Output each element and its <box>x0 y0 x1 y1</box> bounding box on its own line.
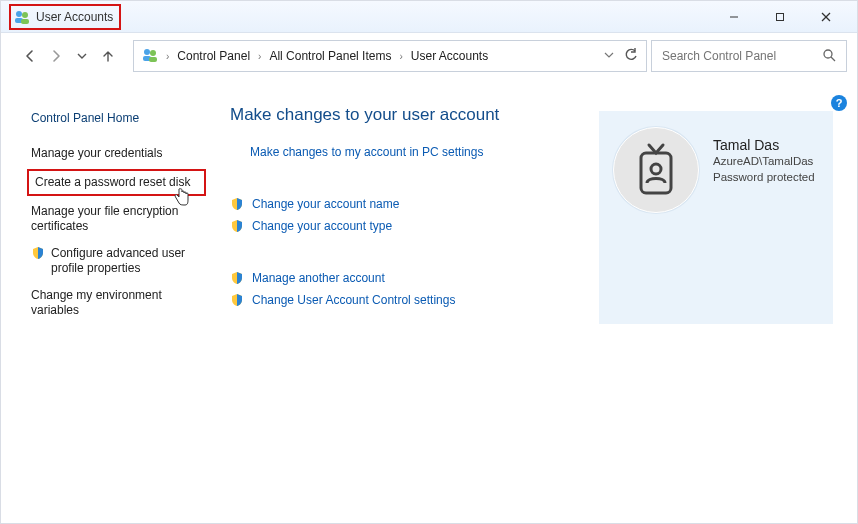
action-label: Manage another account <box>252 271 385 285</box>
search-icon[interactable] <box>822 48 836 65</box>
action-label: Change User Account Control settings <box>252 293 455 307</box>
shield-icon <box>31 246 45 264</box>
breadcrumb-leaf[interactable]: User Accounts <box>411 49 488 63</box>
svg-point-1 <box>22 12 28 18</box>
user-password-status: Password protected <box>713 169 815 185</box>
action-label: Change your account name <box>252 197 399 211</box>
avatar <box>613 127 699 213</box>
breadcrumb-root[interactable]: Control Panel <box>177 49 250 63</box>
svg-rect-3 <box>21 19 29 24</box>
pc-settings-link[interactable]: Make changes to my account in PC setting… <box>250 145 579 159</box>
control-panel-icon <box>142 47 158 66</box>
chevron-right-icon: › <box>254 51 265 62</box>
main-panel: Make changes to your user account Make c… <box>212 83 841 324</box>
svg-rect-11 <box>149 57 157 62</box>
control-panel-home-link[interactable]: Control Panel Home <box>29 105 204 132</box>
svg-point-0 <box>16 11 22 17</box>
shield-icon <box>230 219 244 233</box>
minimize-button[interactable] <box>711 3 757 31</box>
chevron-right-icon: › <box>162 51 173 62</box>
address-dropdown-button[interactable] <box>604 49 614 63</box>
nav-row: › Control Panel › All Control Panel Item… <box>1 33 857 79</box>
shield-icon <box>230 293 244 307</box>
svg-point-9 <box>150 50 156 56</box>
chevron-right-icon: › <box>395 51 406 62</box>
svg-rect-5 <box>777 13 784 20</box>
window-title: User Accounts <box>36 10 113 24</box>
user-display-name: Tamal Das <box>713 137 815 153</box>
up-button[interactable] <box>97 45 119 67</box>
titlebar: User Accounts <box>1 1 857 33</box>
svg-point-8 <box>144 49 150 55</box>
address-bar[interactable]: › Control Panel › All Control Panel Item… <box>133 40 647 72</box>
forward-button[interactable] <box>45 45 67 67</box>
maximize-button[interactable] <box>757 3 803 31</box>
user-accounts-icon <box>14 9 30 25</box>
shield-icon <box>230 197 244 211</box>
sidebar-change-env-vars[interactable]: Change my environment variables <box>29 282 204 324</box>
user-info: Tamal Das AzureAD\TamalDas Password prot… <box>713 127 815 185</box>
change-account-name-link[interactable]: Change your account name <box>230 197 579 211</box>
sidebar-manage-credentials[interactable]: Manage your credentials <box>29 140 204 167</box>
change-account-type-link[interactable]: Change your account type <box>230 219 579 233</box>
svg-line-13 <box>831 57 835 61</box>
uac-settings-link[interactable]: Change User Account Control settings <box>230 293 579 307</box>
back-button[interactable] <box>19 45 41 67</box>
content-area: Control Panel Home Manage your credentia… <box>1 79 857 340</box>
user-card: Tamal Das AzureAD\TamalDas Password prot… <box>599 111 833 324</box>
refresh-button[interactable] <box>624 48 638 65</box>
sidebar-configure-profile-props[interactable]: Configure advanced user profile properti… <box>29 240 204 282</box>
manage-another-account-link[interactable]: Manage another account <box>230 271 579 285</box>
hand-cursor-icon <box>173 187 191 210</box>
recent-locations-button[interactable] <box>71 45 93 67</box>
search-input[interactable] <box>662 49 802 63</box>
close-button[interactable] <box>803 3 849 31</box>
window-title-highlight: User Accounts <box>9 4 121 30</box>
user-domain: AzureAD\TamalDas <box>713 153 815 169</box>
sidebar-item-label: Configure advanced user profile properti… <box>51 246 202 276</box>
shield-icon <box>230 271 244 285</box>
breadcrumb-mid[interactable]: All Control Panel Items <box>269 49 391 63</box>
search-box[interactable] <box>651 40 847 72</box>
action-label: Change your account type <box>252 219 392 233</box>
svg-point-15 <box>651 164 661 174</box>
window-controls <box>711 3 849 31</box>
svg-point-12 <box>824 50 832 58</box>
page-heading: Make changes to your user account <box>230 105 579 125</box>
